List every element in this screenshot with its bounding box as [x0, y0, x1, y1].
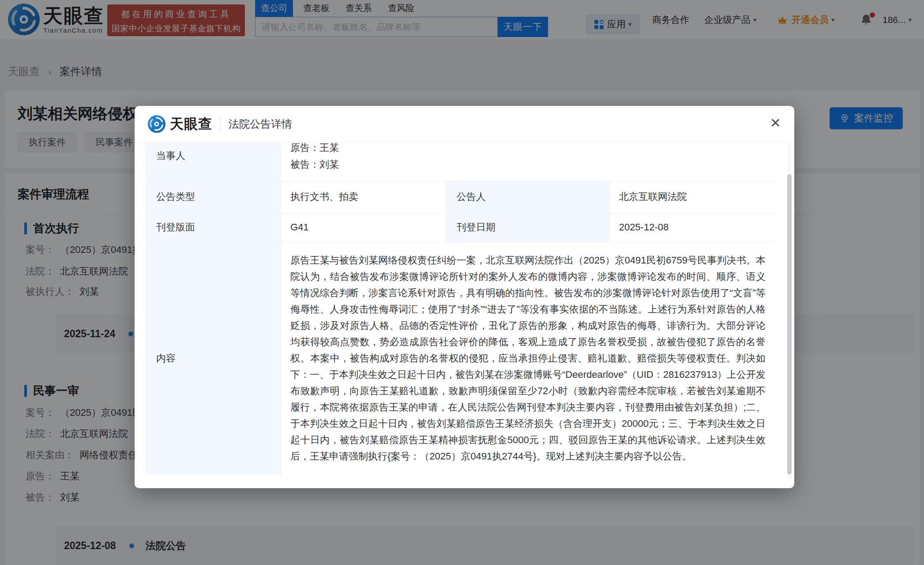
announcer-value: 北京互联网法院 — [610, 181, 774, 213]
modal-scroll-area[interactable]: 当事人 原告：王某 被告：刘某 公告类型 执行文书、拍卖 公告人 北京互联网法院… — [146, 142, 774, 475]
party-defendant: 被告：刘某 — [290, 156, 766, 173]
tianyancha-swirl-icon — [148, 115, 165, 133]
close-icon[interactable]: ✕ — [770, 117, 781, 130]
party-label: 当事人 — [146, 142, 282, 181]
announcement-content-text: 原告王某与被告刘某网络侵权责任纠纷一案，北京互联网法院作出（2025）京0491… — [290, 249, 766, 467]
announcement-type-value: 执行文书、拍卖 — [282, 181, 446, 213]
modal-header: 天眼查 法院公告详情 ✕ — [135, 106, 794, 142]
party-plaintiff: 原告：王某 — [290, 142, 766, 156]
table-row: 刊登版面 G41 刊登日期 2025-12-08 — [146, 213, 774, 242]
publication-date-label: 刊登日期 — [446, 213, 610, 242]
announcer-label: 公告人 — [446, 181, 610, 213]
table-row: 公告类型 执行文书、拍卖 公告人 北京互联网法院 — [146, 181, 774, 213]
publication-page-value: G41 — [282, 213, 446, 242]
publication-date-value: 2025-12-08 — [610, 213, 774, 242]
court-announcement-modal: 天眼查 法院公告详情 ✕ 当事人 原告：王某 被告：刘某 公告类型 执行文书、拍… — [135, 106, 794, 488]
content-value: 原告王某与被告刘某网络侵权责任纠纷一案，北京互联网法院作出（2025）京0491… — [282, 242, 774, 475]
table-row: 当事人 原告：王某 被告：刘某 — [146, 142, 774, 181]
divider — [220, 118, 221, 130]
table-row: 内容 原告王某与被告刘某网络侵权责任纠纷一案，北京互联网法院作出（2025）京0… — [146, 242, 774, 475]
party-value: 原告：王某 被告：刘某 — [282, 142, 774, 181]
modal-scrollbar[interactable] — [787, 142, 792, 479]
announcement-detail-table: 当事人 原告：王某 被告：刘某 公告类型 执行文书、拍卖 公告人 北京互联网法院… — [146, 142, 774, 475]
modal-brand: 天眼查 — [170, 115, 212, 133]
publication-page-label: 刊登版面 — [146, 213, 282, 242]
announcement-type-label: 公告类型 — [146, 181, 282, 213]
modal-title: 法院公告详情 — [229, 117, 292, 131]
content-label: 内容 — [146, 242, 282, 475]
scrollbar-thumb[interactable] — [787, 174, 792, 475]
